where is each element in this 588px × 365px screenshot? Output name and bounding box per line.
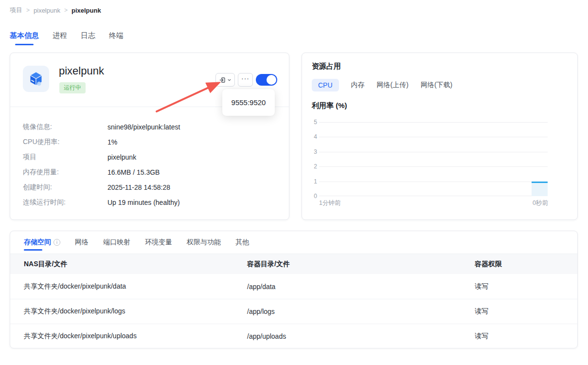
container-info-card: pixelpunk 运行中 ··· 镜像信息:snine98/pixelpunk…	[10, 53, 289, 220]
resource-card-title: 资源占用	[312, 62, 341, 71]
detail-row-image: 镜像信息:snine98/pixelpunk:latest	[23, 119, 279, 134]
chart-y-tick-label: 3	[312, 148, 317, 155]
info-icon[interactable]: i	[53, 239, 60, 246]
detail-label: 项目	[23, 153, 107, 162]
chart-x-right-label: 0秒前	[533, 199, 548, 207]
cube-icon	[27, 70, 45, 88]
chart-y-tick-label: 4	[312, 133, 317, 140]
cell-permission: 读写	[475, 282, 577, 291]
breadcrumb-item-container-pixelpunk: pixelpunk	[71, 7, 101, 14]
cell-container-path: /app/data	[247, 283, 475, 291]
container-app-icon	[23, 66, 49, 92]
chart-y-tick-label: 1	[312, 178, 317, 185]
storage-mounts-table: NAS目录/文件容器目录/文件容器权限 共享文件夹/docker/pixelpu…	[10, 254, 577, 348]
detail-row-cpu: CPU使用率:1%	[23, 134, 279, 149]
chart-y-labels: 543210	[312, 122, 317, 196]
table-row: 共享文件夹/docker/pixelpunk/data/app/data读写	[10, 274, 577, 299]
ellipsis-icon: ···	[241, 75, 249, 85]
settings-tab-port-mapping[interactable]: 端口映射	[103, 231, 130, 254]
tab-terminal[interactable]: 终端	[109, 31, 124, 45]
breadcrumb-item-projects[interactable]: 项目	[10, 6, 22, 15]
container-details: 镜像信息:snine98/pixelpunk:latestCPU使用率:1%项目…	[23, 119, 279, 210]
table-row: 共享文件夹/docker/pixelpunk/uploads/app/uploa…	[10, 324, 577, 348]
resource-tab-memory[interactable]: 内存	[351, 78, 365, 92]
chart-gridline	[319, 122, 548, 123]
open-port-dropdown-button[interactable]	[215, 73, 235, 87]
settings-tab-others[interactable]: 其他	[235, 231, 249, 254]
settings-tab-network[interactable]: 网络	[75, 231, 89, 254]
table-header-cell: 容器权限	[475, 260, 577, 269]
chart-area-series-cpu	[532, 182, 548, 196]
breadcrumb-separator: >	[26, 7, 30, 14]
cell-permission: 读写	[475, 332, 577, 341]
settings-tab-label: 权限与功能	[187, 238, 221, 247]
top-tabs: 基本信息进程日志终端	[10, 31, 124, 45]
container-name: pixelpunk	[59, 65, 104, 77]
detail-row-project: 项目pixelpunk	[23, 149, 279, 164]
table-header-row: NAS目录/文件容器目录/文件容器权限	[10, 254, 577, 274]
detail-label: 连续运行时间:	[23, 198, 107, 207]
status-badge: 运行中	[59, 82, 86, 93]
table-body: 共享文件夹/docker/pixelpunk/data/app/data读写共享…	[10, 274, 577, 348]
table-header-cell: NAS目录/文件	[24, 260, 247, 269]
settings-tab-label: 网络	[75, 238, 89, 247]
detail-label: 内存使用量:	[23, 168, 107, 177]
settings-tab-privileges[interactable]: 权限与功能	[187, 231, 221, 254]
detail-row-memory: 内存使用量:16.6MB / 15.3GB	[23, 164, 279, 180]
breadcrumb-item-project-pixelpunk[interactable]: pixelpunk	[34, 7, 60, 14]
cell-permission: 读写	[475, 307, 577, 316]
chart-gridline	[319, 152, 548, 152]
resource-tabs: CPU内存网络(上传)网络(下载)	[312, 78, 452, 92]
chart-gridline	[319, 137, 548, 137]
detail-label: 创建时间:	[23, 183, 107, 192]
cell-nas-path: 共享文件夹/docker/pixelpunk/logs	[24, 307, 247, 316]
port-mapping-item[interactable]: 9555:9520	[232, 98, 266, 107]
cell-nas-path: 共享文件夹/docker/pixelpunk/data	[24, 282, 247, 291]
open-in-browser-icon	[219, 76, 226, 84]
chart-y-tick-label: 2	[312, 163, 317, 170]
settings-tab-label: 端口映射	[103, 238, 130, 247]
tab-logs[interactable]: 日志	[81, 31, 95, 45]
detail-value: Up 19 minutes (healthy)	[107, 199, 180, 206]
resource-tab-network-upload[interactable]: 网络(上传)	[377, 78, 409, 92]
detail-value: 16.6MB / 15.3GB	[107, 168, 160, 176]
chart-y-tick-label: 0	[312, 193, 317, 200]
resource-usage-card: 资源占用 CPU内存网络(上传)网络(下载) 利用率 (%) 543210 1分…	[302, 53, 578, 220]
utilization-chart: 543210 1分钟前 0秒前	[312, 122, 548, 215]
settings-tabs: 存储空间i网络端口映射环境变量权限与功能其他	[10, 231, 577, 254]
settings-tab-label: 环境变量	[145, 238, 172, 247]
detail-value: pixelpunk	[107, 153, 136, 161]
settings-card: 存储空间i网络端口映射环境变量权限与功能其他 NAS目录/文件容器目录/文件容器…	[10, 231, 578, 348]
tab-basic-info[interactable]: 基本信息	[10, 31, 39, 45]
cell-container-path: /app/logs	[247, 308, 475, 315]
active-tab-underline	[15, 44, 34, 45]
chart-gridline	[319, 166, 548, 167]
detail-row-created: 创建时间:2025-11-28 14:58:28	[23, 180, 279, 195]
settings-tab-label: 其他	[235, 238, 249, 247]
settings-tab-label: 存储空间	[24, 238, 51, 247]
chart-plot	[319, 122, 548, 196]
container-actions: ···	[215, 73, 277, 87]
settings-tab-storage[interactable]: 存储空间i	[24, 231, 60, 254]
breadcrumb-separator: >	[64, 7, 68, 14]
chevron-down-icon	[227, 78, 232, 82]
chart-x-left-label: 1分钟前	[319, 199, 340, 207]
cell-container-path: /app/uploads	[247, 332, 475, 340]
table-header-cell: 容器目录/文件	[247, 260, 475, 269]
tab-process[interactable]: 进程	[53, 31, 67, 45]
chart-gridline	[319, 182, 548, 182]
active-tab-underline	[24, 249, 42, 251]
more-actions-button[interactable]: ···	[238, 73, 253, 87]
detail-value: 1%	[107, 138, 117, 146]
table-row: 共享文件夹/docker/pixelpunk/logs/app/logs读写	[10, 299, 577, 324]
chart-axis-title: 利用率 (%)	[312, 101, 347, 110]
chart-y-tick-label: 5	[312, 119, 317, 126]
resource-tab-network-download[interactable]: 网络(下载)	[421, 78, 452, 92]
container-power-toggle[interactable]	[256, 74, 277, 86]
settings-tab-env-vars[interactable]: 环境变量	[145, 231, 172, 254]
breadcrumb: 项目>pixelpunk>pixelpunk	[10, 6, 101, 15]
detail-label: 镜像信息:	[23, 123, 107, 131]
detail-value: 2025-11-28 14:58:28	[107, 183, 170, 191]
resource-tab-cpu[interactable]: CPU	[312, 79, 339, 91]
port-mapping-popup: 9555:9520	[222, 89, 275, 116]
